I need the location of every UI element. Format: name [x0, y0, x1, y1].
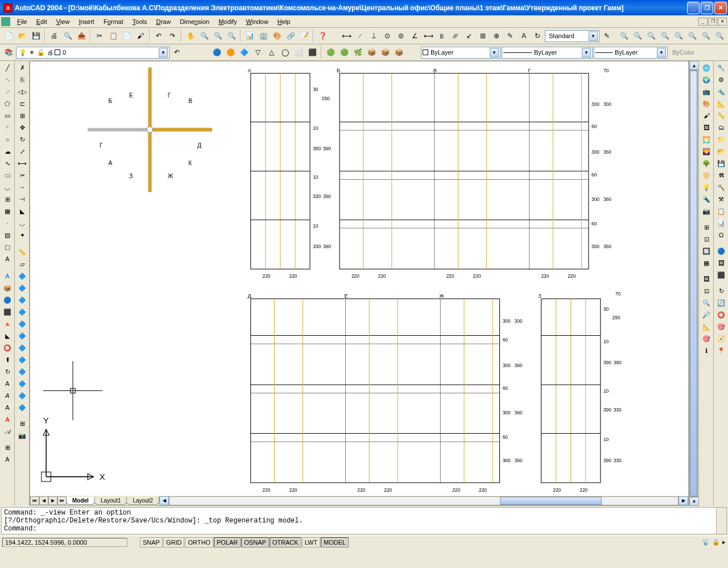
linetype-combo[interactable]: ByLayer▼ — [502, 47, 593, 59]
array-icon[interactable]: ⊞ — [16, 110, 28, 121]
r1-icon[interactable]: 🌐 — [700, 62, 713, 73]
v24-icon[interactable]: 📍 — [715, 345, 727, 356]
paste-button[interactable]: 📄 — [121, 30, 133, 42]
v3-icon[interactable]: 🔩 — [715, 86, 727, 97]
v23-icon[interactable]: 🧭 — [715, 333, 727, 344]
menu-edit[interactable]: Edit — [32, 17, 52, 26]
insert-icon[interactable]: ⊞ — [1, 194, 14, 205]
tx-a-icon[interactable]: A — [1, 378, 14, 389]
dimcont-button[interactable]: ⫻ — [449, 30, 462, 42]
menu-modify[interactable]: Modify — [214, 17, 241, 26]
center-button[interactable]: ⊕ — [490, 30, 503, 42]
qleader-button[interactable]: ↙ — [463, 30, 475, 42]
v8-icon[interactable]: 📂 — [715, 146, 727, 157]
command-window[interactable]: Command: _-view Enter an option [?/Ortho… — [1, 507, 727, 534]
torus-icon[interactable]: ⭕ — [1, 342, 14, 353]
rect-icon[interactable]: ▭ — [1, 110, 14, 121]
r8-icon[interactable]: 🌄 — [700, 146, 713, 157]
r20-icon[interactable]: 🔍 — [700, 297, 713, 308]
ext-icon[interactable]: ⬆ — [1, 354, 14, 365]
x5-icon[interactable]: 🔷 — [16, 318, 28, 330]
tx-ab-icon[interactable]: A — [1, 402, 14, 413]
zoom-all-icon[interactable]: 🔍 — [700, 30, 712, 42]
color-combo[interactable]: ByLayer▼ — [421, 47, 500, 59]
pline-icon[interactable]: ⟋ — [1, 86, 14, 97]
menu-file[interactable]: File — [13, 17, 32, 26]
cone-icon[interactable]: 🔺 — [1, 318, 14, 330]
dimdia-button[interactable]: ⊘ — [395, 30, 407, 42]
x2-icon[interactable]: 🔷 — [16, 282, 28, 294]
zoom-ext-icon[interactable]: 🔍 — [713, 30, 726, 42]
style-e-icon[interactable]: △ — [265, 46, 278, 59]
zoom-center-icon[interactable]: 🔍 — [659, 30, 671, 42]
r10-icon[interactable]: 🔆 — [700, 170, 713, 181]
v7-icon[interactable]: 📁 — [715, 134, 727, 145]
style-a-icon[interactable]: 🔵 — [210, 46, 223, 59]
render3-icon[interactable]: 🌿 — [351, 46, 364, 59]
undo-button[interactable]: ↶ — [152, 30, 165, 42]
dimedit-button[interactable]: ✎ — [504, 30, 516, 42]
rotate-icon[interactable]: ↻ — [16, 134, 28, 145]
coordinates-display[interactable]: 194.1422, 1524.5996, 0.0000 — [2, 538, 127, 547]
render2-icon[interactable]: 🟢 — [338, 46, 350, 59]
tray-icon-2[interactable]: 🔒 — [712, 538, 720, 546]
dimupdate-button[interactable]: ↻ — [531, 30, 544, 42]
new-button[interactable]: 📄 — [2, 30, 15, 42]
menu-view[interactable]: View — [52, 17, 75, 26]
zoom-prev-button[interactable]: 🔍 — [225, 30, 238, 42]
layer-prev-button[interactable]: ↶ — [171, 46, 183, 59]
r22-icon[interactable]: 📐 — [700, 321, 713, 332]
preview-button[interactable]: 🔍 — [61, 30, 74, 42]
v19-icon[interactable]: ↻ — [715, 285, 727, 297]
osnap-toggle[interactable]: OSNAP — [241, 537, 269, 548]
pan-button[interactable]: ✋ — [184, 30, 197, 42]
document-icon[interactable] — [1, 17, 10, 26]
lineweight-combo[interactable]: ByLayer▼ — [594, 47, 668, 59]
layer-manager-button[interactable]: 📚 — [2, 46, 15, 59]
render1-icon[interactable]: 🟢 — [324, 46, 337, 59]
wedge-icon[interactable]: ◣ — [1, 330, 14, 341]
copy-icon[interactable]: ⎘ — [16, 74, 28, 85]
v22-icon[interactable]: 🎯 — [715, 321, 727, 332]
cyl-icon[interactable]: ⬛ — [1, 306, 14, 318]
sphere-icon[interactable]: 🔵 — [1, 294, 14, 306]
block-icon[interactable]: ▦ — [1, 205, 14, 217]
tx-a2-icon[interactable]: A — [1, 414, 14, 425]
tray-icon-1[interactable]: 📡 — [702, 538, 710, 546]
print-button[interactable]: 🖨 — [48, 30, 60, 42]
menu-draw[interactable]: Draw — [151, 17, 175, 26]
rev-icon[interactable]: ↻ — [1, 366, 14, 377]
dimord-button[interactable]: ⟘ — [367, 30, 380, 42]
x3-icon[interactable]: 🔷 — [16, 294, 28, 306]
misc2-icon[interactable]: A — [1, 454, 14, 465]
v11-icon[interactable]: 🔨 — [715, 182, 727, 193]
menu-help[interactable]: Help — [273, 17, 295, 26]
v13-icon[interactable]: 📋 — [715, 205, 727, 217]
hatch-icon[interactable]: ▨ — [1, 229, 14, 241]
tolerance-button[interactable]: ⊞ — [477, 30, 489, 42]
dimtedit-button[interactable]: A — [518, 30, 530, 42]
tab-prev[interactable]: ◀ — [39, 496, 48, 505]
v1-icon[interactable]: 🔧 — [715, 62, 727, 73]
r12-icon[interactable]: 🔦 — [700, 194, 713, 205]
r21-icon[interactable]: 🔎 — [700, 309, 713, 320]
style-d-icon[interactable]: ▽ — [251, 46, 264, 59]
zoom-scale-icon[interactable]: 🔍 — [645, 30, 657, 42]
tx-ai-icon[interactable]: A — [1, 390, 14, 401]
dimbase-button[interactable]: ⫼ — [436, 30, 448, 42]
circle-icon[interactable]: ○ — [1, 134, 14, 145]
x13-icon[interactable]: ⊞ — [16, 418, 28, 429]
save-button[interactable]: 💾 — [30, 30, 42, 42]
model-toggle[interactable]: MODEL — [321, 537, 349, 548]
dimrad-button[interactable]: ⊙ — [381, 30, 394, 42]
render4-icon[interactable]: 📦 — [365, 46, 378, 59]
ortho-toggle[interactable]: ORTHO — [185, 537, 213, 548]
move-icon[interactable]: ✥ — [16, 122, 28, 133]
menu-format[interactable]: Format — [99, 17, 128, 26]
offset-icon[interactable]: ⊏ — [16, 98, 28, 109]
cmd-scrollbar[interactable] — [716, 508, 726, 534]
zoom-in-icon[interactable]: 🔍 — [672, 30, 685, 42]
x1-icon[interactable]: 🔷 — [16, 270, 28, 282]
x11-icon[interactable]: 🔷 — [16, 390, 28, 401]
polygon-icon[interactable]: ⬠ — [1, 98, 14, 109]
